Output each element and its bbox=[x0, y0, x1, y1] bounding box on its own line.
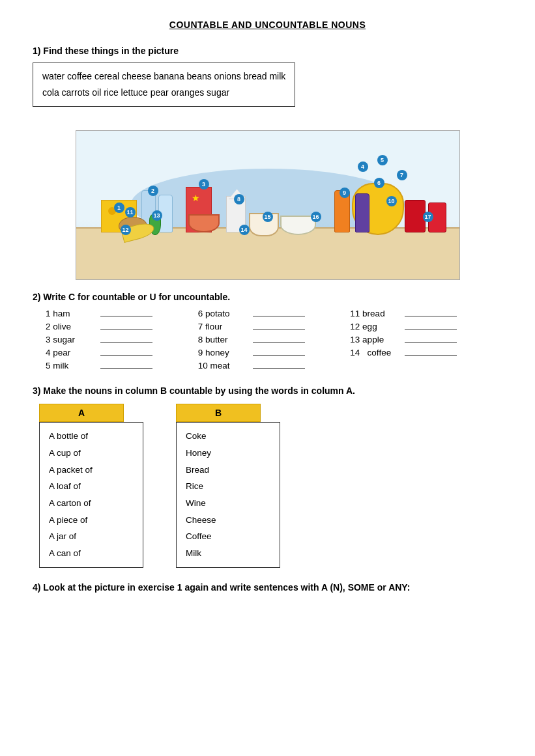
fill-item: 10 meat bbox=[198, 361, 338, 371]
section4-header: 4) Look at the picture in exercise 1 aga… bbox=[33, 582, 502, 593]
fill-item: 4 pear bbox=[46, 348, 185, 357]
word-list: water coffee cereal cheese banana beans … bbox=[33, 63, 295, 107]
badge-5: 5 bbox=[377, 155, 388, 165]
list-item: Cheese bbox=[186, 512, 270, 529]
fill-item: 2 olive bbox=[46, 322, 185, 331]
col-a-header: A bbox=[39, 404, 124, 422]
fill-item: 1 ham bbox=[46, 309, 185, 318]
badge-9: 9 bbox=[340, 188, 350, 198]
fill-item: 7 flour bbox=[198, 322, 338, 331]
list-item: A loaf of bbox=[49, 478, 134, 495]
col-b-box: B Coke Honey Bread Rice Wine Cheese Coff… bbox=[176, 404, 293, 567]
section3-header: 3) Make the nouns in column B countable … bbox=[33, 385, 502, 396]
badge-13: 13 bbox=[152, 210, 162, 221]
list-item: A bottle of bbox=[49, 428, 134, 445]
badge-17: 17 bbox=[423, 212, 433, 222]
badge-4: 4 bbox=[358, 161, 368, 172]
list-item: Coke bbox=[186, 428, 270, 445]
badge-1: 1 bbox=[114, 203, 124, 213]
section2-col1: 1 ham 2 olive 3 sugar 4 pear 5 milk bbox=[46, 309, 198, 374]
word-row1: water coffee cereal cheese banana beans … bbox=[42, 68, 285, 85]
section1-header: 1) Find these things in the picture bbox=[33, 46, 502, 56]
word-row2: cola carrots oil rice lettuce pear orang… bbox=[42, 85, 285, 101]
section2-header: 2) Write C for countable or U for uncoun… bbox=[33, 292, 502, 302]
list-item: Bread bbox=[186, 462, 270, 479]
list-item: Coffee bbox=[186, 528, 270, 545]
badge-7: 7 bbox=[397, 170, 407, 180]
fill-item: 12 egg bbox=[350, 322, 489, 331]
fill-item: 13 apple bbox=[350, 335, 489, 344]
col-a-box: A A bottle of A cup of A packet of A loa… bbox=[39, 404, 156, 567]
fill-item: 3 sugar bbox=[46, 335, 185, 344]
badge-10: 10 bbox=[386, 196, 397, 206]
section2-col3: 11 bread 12 egg 13 apple 14 coffee bbox=[350, 309, 502, 374]
fill-item: 8 butter bbox=[198, 335, 338, 344]
rice-bowl-item bbox=[280, 216, 316, 235]
list-item: A can of bbox=[49, 545, 134, 562]
badge-12: 12 bbox=[121, 225, 131, 235]
list-item: Rice bbox=[186, 478, 270, 495]
food-picture: 1 2 3 4 5 6 7 8 9 10 11 12 13 14 15 16 1… bbox=[76, 130, 460, 280]
badge-2: 2 bbox=[148, 186, 158, 196]
fill-item: 6 potato bbox=[198, 309, 338, 318]
fill-item: 11 bread bbox=[350, 309, 489, 318]
list-item: Honey bbox=[186, 445, 270, 462]
col-a-content: A bottle of A cup of A packet of A loaf … bbox=[39, 422, 143, 567]
list-item: A jar of bbox=[49, 528, 134, 545]
fill-item: 14 coffee bbox=[350, 348, 489, 357]
section2-col2: 6 potato 7 flour 8 butter 9 honey 10 mea… bbox=[198, 309, 351, 374]
badge-16: 16 bbox=[311, 212, 321, 222]
list-item: A piece of bbox=[49, 512, 134, 529]
fill-item: 5 milk bbox=[46, 361, 185, 371]
badge-8: 8 bbox=[234, 194, 244, 204]
col-b-header: B bbox=[176, 404, 261, 422]
can1-item bbox=[405, 200, 426, 232]
list-item: A cup of bbox=[49, 445, 134, 462]
badge-14: 14 bbox=[239, 225, 250, 235]
list-item: Wine bbox=[186, 495, 270, 512]
page-title: COUNTABLE AND UNCOUNTABLE NOUNS bbox=[33, 20, 502, 30]
badge-3: 3 bbox=[199, 179, 209, 189]
badge-11: 11 bbox=[125, 207, 136, 217]
fill-item: 9 honey bbox=[198, 348, 338, 357]
list-item: A packet of bbox=[49, 462, 134, 479]
purple-bottle-item bbox=[355, 193, 369, 232]
badge-6: 6 bbox=[374, 178, 384, 188]
bowl-item bbox=[188, 214, 220, 232]
list-item: Milk bbox=[186, 545, 270, 562]
col-b-content: Coke Honey Bread Rice Wine Cheese Coffee… bbox=[176, 422, 280, 567]
badge-15: 15 bbox=[263, 212, 273, 222]
list-item: A carton of bbox=[49, 495, 134, 512]
